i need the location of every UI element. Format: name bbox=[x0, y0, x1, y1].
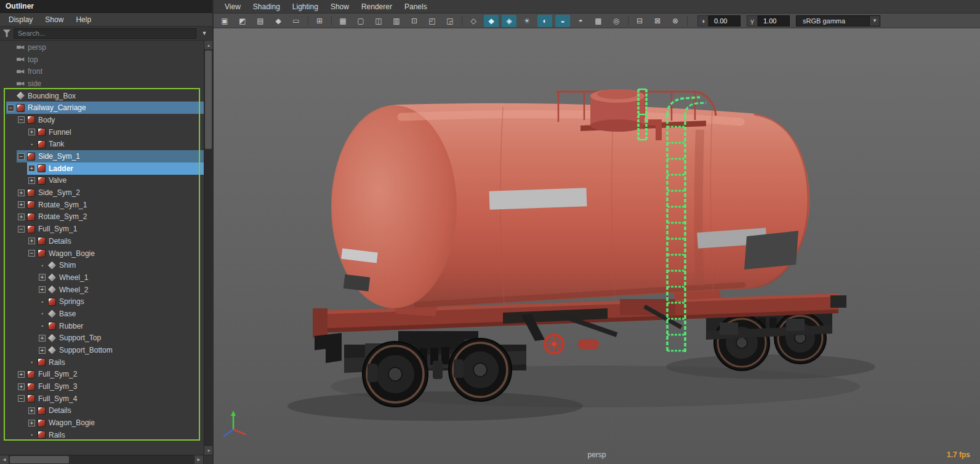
tree-item-springs[interactable]: ●Springs bbox=[0, 295, 204, 308]
grid-icon[interactable]: ▦ bbox=[335, 15, 350, 27]
wireframe-icon[interactable]: ◇ bbox=[466, 15, 481, 27]
scroll-right-icon[interactable]: ▶ bbox=[195, 455, 203, 464]
outliner-horizontal-scrollbar[interactable]: ◀ ▶ bbox=[0, 455, 212, 464]
dropdown-arrow-icon[interactable]: ▼ bbox=[869, 16, 880, 26]
tree-item-bounding_box[interactable]: Bounding_Box bbox=[0, 90, 204, 102]
scroll-up-icon[interactable]: ▲ bbox=[204, 41, 212, 49]
outliner-menu-show[interactable]: Show bbox=[39, 14, 70, 25]
tree-item-wagon_bogie[interactable]: −Wagon_Bogie bbox=[0, 247, 204, 260]
film-gate-icon[interactable]: ▢ bbox=[353, 15, 368, 27]
tree-item-wheel_1[interactable]: +Wheel_1 bbox=[0, 271, 204, 284]
tree-item-side[interactable]: side bbox=[0, 78, 204, 90]
vertical-scroll-thumb[interactable] bbox=[205, 50, 212, 149]
horizontal-scroll-track[interactable] bbox=[9, 455, 195, 464]
tree-item-full_sym_1[interactable]: −Full_Sym_1 bbox=[0, 223, 204, 235]
gamma-icon[interactable]: γ bbox=[747, 15, 758, 26]
collapse-icon[interactable]: − bbox=[18, 116, 25, 123]
field-chart-icon[interactable]: ⊡ bbox=[407, 15, 422, 27]
search-input[interactable] bbox=[14, 28, 196, 39]
lock-camera-icon[interactable]: ◩ bbox=[235, 15, 250, 27]
isolate-select-icon[interactable]: ⊟ bbox=[632, 15, 647, 27]
expand-icon[interactable]: + bbox=[28, 129, 35, 135]
scroll-left-icon[interactable]: ◀ bbox=[0, 455, 9, 464]
scroll-down-icon[interactable]: ▼ bbox=[204, 446, 212, 455]
expand-icon[interactable]: + bbox=[18, 214, 25, 220]
expand-icon[interactable]: + bbox=[18, 371, 25, 378]
expand-icon[interactable]: + bbox=[28, 177, 35, 184]
image-plane-icon[interactable]: ▭ bbox=[289, 15, 303, 27]
expand-icon[interactable]: + bbox=[39, 286, 46, 293]
tree-item-side_sym_1[interactable]: −Side_Sym_1 bbox=[0, 150, 204, 162]
depth-of-field-icon[interactable]: ◎ bbox=[609, 15, 624, 27]
tree-item-rotate_sym_1[interactable]: +Rotate_Sym_1 bbox=[0, 199, 204, 211]
tree-item-tank[interactable]: ●Tank bbox=[0, 138, 204, 151]
expand-icon[interactable]: + bbox=[28, 238, 35, 244]
use-all-lights-icon[interactable]: ☀ bbox=[520, 15, 534, 27]
tree-item-shim[interactable]: ●Shim bbox=[0, 259, 204, 271]
tree-item-support_bottom[interactable]: +Support_Bottom bbox=[0, 344, 204, 356]
select-camera-icon[interactable]: ▣ bbox=[217, 15, 232, 27]
viewport-menu-panels[interactable]: Panels bbox=[398, 1, 433, 12]
gamma-input[interactable] bbox=[758, 15, 790, 26]
viewport-menu-view[interactable]: View bbox=[219, 1, 247, 12]
multisample-aa-icon[interactable]: ▩ bbox=[591, 15, 606, 27]
tree-item-rails[interactable]: ●Rails bbox=[0, 356, 204, 369]
expand-icon[interactable]: + bbox=[18, 190, 25, 196]
collapse-icon[interactable]: − bbox=[18, 395, 25, 402]
resolution-gate-icon[interactable]: ◫ bbox=[371, 15, 386, 27]
exposure-input[interactable] bbox=[709, 15, 741, 26]
outliner-vertical-scrollbar[interactable]: ▲ ▼ bbox=[204, 41, 212, 455]
camera-attributes-icon[interactable]: ▤ bbox=[253, 15, 268, 27]
expand-icon[interactable]: + bbox=[39, 274, 46, 281]
collapse-icon[interactable]: − bbox=[18, 153, 25, 160]
motion-blur-icon[interactable]: ◓ bbox=[573, 15, 588, 27]
horizontal-scroll-thumb[interactable] bbox=[10, 456, 69, 463]
viewport-menu-shading[interactable]: Shading bbox=[247, 1, 286, 12]
expand-icon[interactable]: + bbox=[18, 201, 25, 208]
safe-action-icon[interactable]: ◰ bbox=[425, 15, 440, 27]
tree-item-valve[interactable]: +Valve bbox=[0, 175, 204, 187]
x-ray-joints-icon[interactable]: ⊗ bbox=[668, 15, 683, 27]
screen-space-ao-icon[interactable]: ◒ bbox=[555, 15, 570, 27]
tree-item-rails[interactable]: ●Rails bbox=[0, 429, 204, 441]
viewport-menu-lighting[interactable]: Lighting bbox=[286, 1, 324, 12]
tree-item-front[interactable]: front bbox=[0, 65, 204, 78]
expand-icon[interactable]: + bbox=[28, 165, 35, 172]
bookmark-view-icon[interactable]: ◆ bbox=[271, 15, 286, 27]
shaded-icon[interactable]: ◆ bbox=[484, 15, 499, 27]
tree-item-side_sym_2[interactable]: +Side_Sym_2 bbox=[0, 186, 204, 199]
search-options-arrow-icon[interactable]: ▼ bbox=[199, 30, 209, 36]
expand-icon[interactable]: + bbox=[28, 420, 35, 426]
tree-item-base[interactable]: ●Base bbox=[0, 308, 204, 320]
vertical-scroll-track[interactable] bbox=[204, 49, 212, 446]
viewport-menu-show[interactable]: Show bbox=[324, 1, 355, 12]
collapse-icon[interactable]: − bbox=[18, 226, 25, 233]
tree-item-details[interactable]: +Details bbox=[0, 405, 204, 417]
tree-item-top[interactable]: top bbox=[0, 54, 204, 66]
viewport-canvas[interactable]: persp 1.7 fps bbox=[214, 28, 980, 464]
tree-item-full_sym_2[interactable]: +Full_Sym_2 bbox=[0, 369, 204, 381]
expand-icon[interactable]: + bbox=[18, 383, 25, 390]
tree-item-wagon_bogie[interactable]: +Wagon_Bogie bbox=[0, 417, 204, 429]
x-ray-icon[interactable]: ⊠ bbox=[650, 15, 665, 27]
expand-icon[interactable]: + bbox=[39, 335, 46, 342]
shadows-icon[interactable]: ◐ bbox=[537, 15, 552, 27]
tree-item-funnel[interactable]: +Funnel bbox=[0, 126, 204, 138]
tree-item-full_sym_4[interactable]: −Full_Sym_4 bbox=[0, 393, 204, 405]
tree-item-wheel_2[interactable]: +Wheel_2 bbox=[0, 284, 204, 296]
view-transform-dropdown[interactable]: sRGB gamma ▼ bbox=[796, 15, 880, 26]
tree-item-railway_carriage[interactable]: −Railway_Carriage bbox=[0, 102, 204, 114]
tree-item-ladder[interactable]: +Ladder bbox=[0, 162, 204, 175]
outliner-menu-help[interactable]: Help bbox=[70, 14, 97, 25]
expand-icon[interactable]: + bbox=[39, 347, 46, 354]
safe-title-icon[interactable]: ◲ bbox=[443, 15, 457, 27]
expand-icon[interactable]: + bbox=[28, 407, 35, 414]
textured-icon[interactable]: ◈ bbox=[502, 15, 516, 27]
tree-item-rubber[interactable]: ●Rubber bbox=[0, 320, 204, 332]
tree-item-persp[interactable]: persp bbox=[0, 41, 204, 54]
tree-item-body[interactable]: −Body bbox=[0, 114, 204, 126]
pan-zoom-2d-icon[interactable]: ⊞ bbox=[312, 15, 327, 27]
tree-item-rotate_sym_2[interactable]: +Rotate_Sym_2 bbox=[0, 211, 204, 223]
collapse-icon[interactable]: − bbox=[7, 105, 14, 111]
outliner-menu-display[interactable]: Display bbox=[2, 14, 39, 25]
